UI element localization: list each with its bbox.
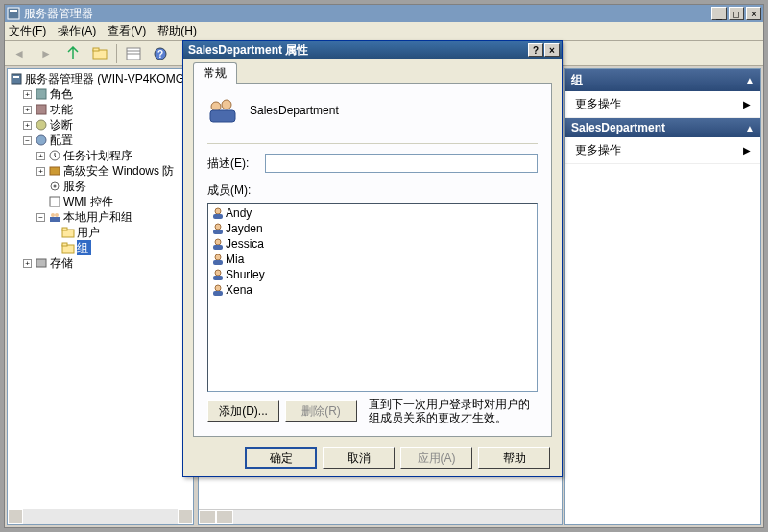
svg-point-14 bbox=[36, 135, 46, 145]
description-input[interactable] bbox=[265, 154, 538, 173]
svg-point-33 bbox=[215, 224, 221, 230]
svg-rect-22 bbox=[50, 217, 60, 222]
tree-toggle-icon[interactable]: + bbox=[23, 121, 32, 130]
menu-view[interactable]: 查看(V) bbox=[108, 23, 146, 39]
svg-rect-9 bbox=[12, 74, 21, 84]
svg-rect-0 bbox=[8, 8, 19, 19]
tree-toggle-icon[interactable]: − bbox=[23, 136, 32, 145]
member-item[interactable]: Xena bbox=[210, 282, 535, 298]
tree-item[interactable]: 用户 bbox=[10, 225, 193, 240]
user-icon bbox=[210, 268, 226, 281]
svg-rect-42 bbox=[213, 291, 223, 296]
tree-pane: 服务器管理器 (WIN-VP4KOMGQ+角色+功能+诊断−配置+任务计划程序+… bbox=[7, 68, 194, 525]
svg-point-21 bbox=[55, 213, 59, 217]
member-item[interactable]: Jayden bbox=[210, 221, 535, 236]
tree-toggle-icon[interactable]: + bbox=[23, 259, 32, 268]
tree-item[interactable]: +任务计划程序 bbox=[10, 148, 193, 163]
tree-item[interactable]: 服务 bbox=[10, 179, 193, 194]
maximize-button[interactable]: □ bbox=[729, 7, 744, 20]
tab-strip: 常规 bbox=[193, 64, 552, 84]
chevron-right-icon: ▶ bbox=[743, 99, 751, 109]
tree-item[interactable]: WMI 控件 bbox=[10, 194, 193, 209]
tree-toggle-icon[interactable]: + bbox=[23, 90, 32, 99]
menu-help[interactable]: 帮助(H) bbox=[157, 23, 197, 39]
actions-header-groups[interactable]: 组 ▲ bbox=[565, 69, 760, 91]
tree-root[interactable]: 服务器管理器 (WIN-VP4KOMGQ bbox=[10, 71, 193, 86]
tab-general[interactable]: 常规 bbox=[193, 62, 237, 84]
remove-button: 删除(R) bbox=[285, 400, 357, 422]
help-icon[interactable]: ? bbox=[150, 44, 171, 63]
group-name-label: SalesDepartment bbox=[250, 104, 339, 117]
main-title-bar: 服务器管理器 _ □ × bbox=[5, 5, 763, 22]
svg-rect-3 bbox=[93, 48, 99, 51]
svg-text:?: ? bbox=[157, 49, 163, 60]
user-icon bbox=[210, 206, 226, 220]
member-item[interactable]: Andy bbox=[210, 206, 535, 221]
svg-rect-32 bbox=[213, 214, 223, 219]
actions-more-groups[interactable]: 更多操作 ▶ bbox=[565, 91, 760, 118]
member-item[interactable]: Shurley bbox=[210, 267, 535, 282]
group-icon bbox=[207, 95, 238, 126]
svg-rect-19 bbox=[50, 197, 60, 206]
tree-toggle-icon[interactable]: + bbox=[23, 106, 32, 114]
members-note: 直到下一次用户登录时对用户的组成员关系的更改才生效。 bbox=[357, 398, 538, 424]
actions-header-object-label: SalesDepartment bbox=[571, 121, 665, 134]
svg-point-29 bbox=[222, 100, 231, 109]
apply-button: 应用(A) bbox=[400, 447, 472, 469]
tree-item[interactable]: +功能 bbox=[10, 102, 193, 117]
cancel-button[interactable]: 取消 bbox=[323, 447, 395, 469]
svg-rect-36 bbox=[213, 245, 223, 250]
main-title-text: 服务器管理器 bbox=[24, 6, 711, 22]
actions-header-object[interactable]: SalesDepartment ▲ bbox=[565, 118, 760, 137]
help-button[interactable]: 帮助 bbox=[478, 447, 550, 469]
up-icon[interactable] bbox=[62, 44, 84, 63]
actions-header-groups-label: 组 bbox=[571, 72, 583, 88]
chevron-up-icon: ▲ bbox=[745, 123, 755, 133]
tree-item[interactable]: +角色 bbox=[10, 86, 193, 102]
user-icon bbox=[210, 222, 226, 235]
dialog-help-button[interactable]: ? bbox=[528, 43, 543, 57]
svg-rect-30 bbox=[210, 110, 235, 122]
dialog-close-button[interactable]: × bbox=[544, 43, 560, 57]
svg-point-18 bbox=[54, 185, 57, 188]
tree-item[interactable]: +高级安全 Windows 防 bbox=[10, 163, 193, 179]
user-icon bbox=[210, 283, 226, 297]
member-item[interactable]: Mia bbox=[210, 252, 535, 267]
svg-rect-11 bbox=[36, 89, 46, 99]
window-controls: _ □ × bbox=[711, 7, 761, 20]
tree-item[interactable]: −配置 bbox=[10, 133, 193, 148]
tree-toggle-icon[interactable]: + bbox=[36, 167, 45, 176]
menu-action[interactable]: 操作(A) bbox=[58, 23, 96, 39]
tree-item[interactable]: 组 bbox=[10, 240, 193, 255]
tab-panel-general: SalesDepartment 描述(E): 成员(M): AndyJayden… bbox=[193, 84, 552, 437]
member-item[interactable]: Jessica bbox=[210, 236, 535, 252]
menu-file[interactable]: 文件(F) bbox=[9, 23, 46, 39]
actions-more-object[interactable]: 更多操作 ▶ bbox=[565, 137, 760, 164]
app-icon bbox=[7, 7, 20, 20]
tree-item[interactable]: +诊断 bbox=[10, 117, 193, 133]
svg-rect-24 bbox=[62, 228, 67, 230]
list-icon[interactable] bbox=[123, 44, 144, 63]
ok-button[interactable]: 确定 bbox=[245, 447, 317, 469]
menubar: 文件(F) 操作(A) 查看(V) 帮助(H) bbox=[5, 22, 763, 41]
properties-dialog: SalesDepartment 属性 ? × 常规 SalesDepartmen… bbox=[182, 40, 563, 477]
svg-rect-38 bbox=[213, 260, 223, 265]
folder-icon[interactable] bbox=[89, 44, 110, 63]
dialog-footer: 确定 取消 应用(A) 帮助 bbox=[183, 440, 562, 476]
close-button[interactable]: × bbox=[746, 7, 761, 20]
svg-rect-40 bbox=[213, 276, 223, 280]
tree-item[interactable]: −本地用户和组 bbox=[10, 209, 193, 225]
svg-rect-26 bbox=[62, 243, 67, 246]
list-scrollbar[interactable] bbox=[199, 509, 562, 524]
description-label: 描述(E): bbox=[207, 156, 265, 172]
add-button[interactable]: 添加(D)... bbox=[207, 400, 279, 422]
tree-toggle-icon[interactable]: + bbox=[36, 152, 45, 160]
members-listbox[interactable]: AndyJaydenJessicaMiaShurleyXena bbox=[207, 203, 538, 392]
dialog-title-bar: SalesDepartment 属性 ? × bbox=[183, 41, 562, 59]
tree-toggle-icon[interactable]: − bbox=[36, 213, 45, 222]
minimize-button[interactable]: _ bbox=[711, 7, 727, 20]
svg-point-37 bbox=[215, 254, 221, 260]
tree-scrollbar[interactable] bbox=[8, 509, 193, 524]
tree-item[interactable]: +存储 bbox=[10, 255, 193, 271]
svg-rect-12 bbox=[36, 105, 46, 114]
